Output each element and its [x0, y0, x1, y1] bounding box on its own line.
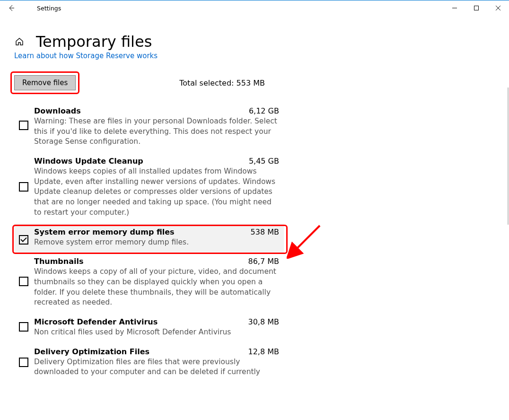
window-title: Settings: [37, 5, 61, 12]
item-name: Thumbnails: [34, 257, 84, 266]
svg-rect-0: [474, 6, 479, 10]
remove-files-button[interactable]: Remove files: [14, 75, 76, 90]
storage-reserve-link[interactable]: Learn about how Storage Reserve works: [0, 52, 509, 60]
item-desc: Windows keeps copies of all installed up…: [34, 166, 279, 218]
close-button[interactable]: [487, 0, 509, 16]
window-controls: [444, 0, 509, 16]
remove-button-wrap: Remove files: [14, 75, 76, 90]
minimize-button[interactable]: [444, 0, 465, 16]
checkbox[interactable]: [19, 235, 28, 245]
svg-line-1: [295, 226, 320, 250]
item-delivery-optimization[interactable]: Delivery Optimization Files 12,8 MB Deli…: [14, 343, 284, 383]
item-name: Downloads: [34, 106, 81, 115]
item-name: Microsoft Defender Antivirus: [34, 317, 158, 326]
item-size: 6,12 GB: [249, 106, 279, 115]
item-downloads[interactable]: Downloads 6,12 GB Warning: These are fil…: [14, 103, 284, 153]
page-header: Temporary files: [0, 16, 509, 52]
item-content: Windows Update Cleanup 5,45 GB Windows k…: [34, 157, 279, 218]
home-icon[interactable]: [14, 36, 25, 47]
item-content: Downloads 6,12 GB Warning: These are fil…: [34, 106, 279, 147]
item-system-error-memory-dump[interactable]: System error memory dump files 538 MB Re…: [14, 224, 284, 254]
item-content: Thumbnails 86,7 MB Windows keeps a copy …: [34, 257, 279, 308]
item-desc: Warning: These are files in your persona…: [34, 116, 279, 147]
item-content: Delivery Optimization Files 12,8 MB Deli…: [34, 347, 279, 377]
item-desc: Remove system error memory dump files.: [34, 237, 279, 248]
item-name: Windows Update Cleanup: [34, 157, 143, 166]
item-size: 86,7 MB: [248, 257, 280, 266]
temp-files-list: Downloads 6,12 GB Warning: These are fil…: [0, 94, 284, 383]
page-title: Temporary files: [36, 33, 152, 51]
checkbox[interactable]: [19, 358, 28, 367]
item-name: System error memory dump files: [34, 228, 175, 236]
item-size: 5,45 GB: [249, 157, 279, 166]
annotation-arrow-icon: [287, 221, 325, 259]
item-desc: Windows keeps a copy of all of your pict…: [34, 267, 279, 308]
total-selected-label: Total selected: 553 MB: [179, 79, 265, 88]
item-size: 30,8 MB: [248, 317, 280, 326]
item-windows-update-cleanup[interactable]: Windows Update Cleanup 5,45 GB Windows k…: [14, 153, 284, 223]
checkbox[interactable]: [19, 121, 28, 130]
checkbox[interactable]: [19, 277, 28, 286]
item-thumbnails[interactable]: Thumbnails 86,7 MB Windows keeps a copy …: [14, 253, 284, 314]
actions-row: Remove files Total selected: 553 MB: [0, 60, 284, 94]
item-desc: Delivery Optimization files are files th…: [34, 357, 279, 377]
item-name: Delivery Optimization Files: [34, 347, 149, 356]
item-content: Microsoft Defender Antivirus 30,8 MB Non…: [34, 317, 279, 338]
title-bar: Settings: [0, 0, 509, 16]
item-content: System error memory dump files 538 MB Re…: [34, 228, 279, 248]
item-desc: Non critical files used by Microsoft Def…: [34, 327, 279, 338]
checkbox[interactable]: [19, 182, 28, 192]
item-defender-antivirus[interactable]: Microsoft Defender Antivirus 30,8 MB Non…: [14, 314, 284, 343]
item-size: 12,8 MB: [248, 347, 280, 356]
checkbox[interactable]: [19, 322, 28, 332]
back-button[interactable]: [0, 0, 23, 16]
maximize-button[interactable]: [465, 0, 487, 16]
item-size: 538 MB: [251, 228, 279, 236]
scrollbar[interactable]: [508, 88, 509, 225]
